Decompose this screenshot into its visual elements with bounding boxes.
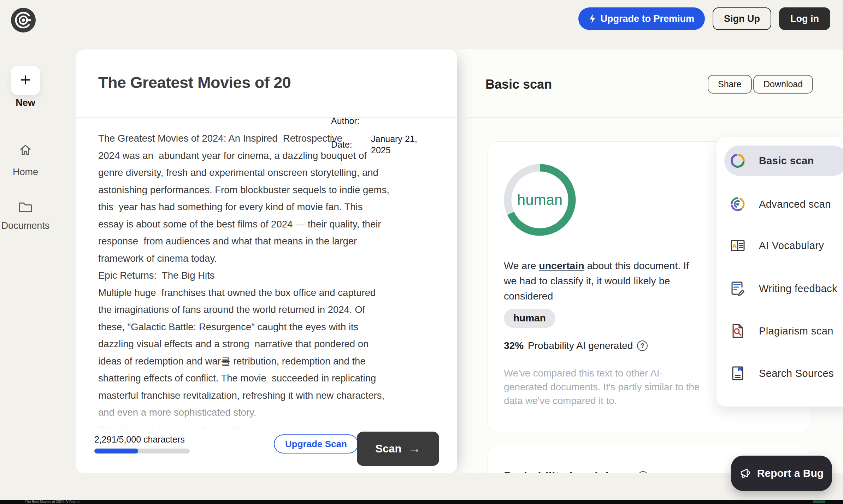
- menu-item-search-sources[interactable]: Search Sources: [724, 358, 843, 389]
- help-icon[interactable]: ?: [637, 340, 648, 351]
- upgrade-premium-label: Upgrade to Premium: [600, 13, 694, 24]
- document-title[interactable]: The Greatest Movies of 20: [98, 73, 291, 92]
- svg-text:A: A: [732, 243, 737, 249]
- log-in-button[interactable]: Log in: [779, 7, 830, 30]
- document-text-line: astonishing performances. From blockbust…: [98, 182, 439, 199]
- writing-feedback-icon: [729, 280, 746, 297]
- home-icon: [18, 142, 33, 158]
- document-text-line: The Greatest Movies of 2024: An Inspired…: [98, 130, 439, 147]
- document-text-line: Multiple huge franchises that owned the …: [98, 284, 439, 302]
- megaphone-icon: [739, 468, 751, 479]
- menu-label-ai-vocabulary: AI Vocabulary: [759, 240, 824, 251]
- plagiarism-scan-icon: [729, 322, 746, 339]
- document-text-line: dazzling visual effects and a strong nar…: [98, 336, 439, 353]
- character-count: 2,291/5,000 characters: [94, 434, 185, 445]
- verdict-pre: We are: [504, 260, 539, 271]
- document-text-line: these, "Galactic Battle: Resurgence" cau…: [98, 319, 439, 336]
- share-button[interactable]: Share: [708, 75, 752, 94]
- arrow-right-icon: →: [409, 442, 421, 456]
- comparison-note: We've compared this text to other AI- ge…: [504, 366, 700, 408]
- menu-label-search-sources: Search Sources: [759, 368, 834, 379]
- menu-item-ai-vocabulary[interactable]: A AI Vocabulary: [724, 230, 843, 261]
- classification-badge: human: [504, 309, 555, 328]
- document-text-line: 2024 was an abundant year for cinema, a …: [98, 147, 439, 165]
- lightning-icon: [589, 14, 596, 24]
- verdict-text: We are uncertain about this document. If…: [504, 258, 707, 304]
- upgrade-scan-button[interactable]: Upgrade Scan: [274, 434, 358, 453]
- sidebar-item-documents[interactable]: Documents: [0, 199, 51, 231]
- note-line: data we've compared it to.: [504, 394, 700, 408]
- menu-item-plagiarism-scan[interactable]: Plagiarism scan: [724, 316, 843, 346]
- info-icon[interactable]: i: [638, 471, 648, 474]
- scan-panel-title: Basic scan: [485, 77, 552, 92]
- bottom-bar-text: The Best Movies of 2024: A Year in: [25, 500, 79, 504]
- menu-item-writing-feedback[interactable]: Writing feedback: [724, 273, 843, 304]
- sign-up-button[interactable]: Sign Up: [713, 7, 771, 30]
- ai-vocabulary-icon: A: [729, 237, 746, 254]
- menu-label-plagiarism-scan: Plagiarism scan: [759, 325, 833, 337]
- document-text-line: Epic Returns: The Big Hits: [98, 267, 439, 284]
- scan-type-menu: Basic scan Advanced scan A AI Vocabulary: [717, 137, 843, 407]
- upgrade-premium-button[interactable]: Upgrade to Premium: [578, 7, 705, 30]
- app-logo[interactable]: [11, 8, 36, 32]
- document-text-line: genre diversity, fresh and experimental …: [98, 164, 439, 182]
- report-bug-button[interactable]: Report a Bug: [731, 456, 832, 491]
- download-button[interactable]: Download: [753, 75, 813, 94]
- note-line: generated documents. It's partly similar…: [504, 380, 700, 394]
- verdict-line2: we had to classify it, it would likely b…: [504, 273, 707, 289]
- note-line: We've compared this text to other AI-: [504, 366, 700, 380]
- ai-probability-label: Probability AI generated: [528, 340, 633, 351]
- sidebar-home-label: Home: [13, 167, 38, 178]
- document-text-line: the imaginations of fans around the worl…: [98, 301, 439, 319]
- main-content-area: Basic scan Share Download human We are u…: [76, 49, 843, 473]
- new-document-button[interactable]: +: [11, 66, 40, 95]
- gauge-center-label: human: [504, 164, 576, 236]
- document-text-line: response from audiences and what that me…: [98, 233, 439, 250]
- folder-icon: [17, 199, 34, 214]
- report-bug-label: Report a Bug: [757, 467, 824, 479]
- character-progress-bar: [94, 449, 190, 453]
- search-sources-icon: [729, 365, 746, 382]
- bottom-bar-accent: [813, 500, 825, 503]
- new-button-label: New: [0, 97, 51, 108]
- header-actions: Upgrade to Premium Sign Up Log in: [578, 7, 830, 30]
- plus-icon: +: [20, 71, 31, 89]
- document-card: The Greatest Movies of 20 Author: Date: …: [76, 49, 457, 473]
- ai-probability-line: 32% Probability AI generated ?: [504, 340, 648, 351]
- probability-breakdown-title: Probability breakdown i: [504, 469, 648, 473]
- menu-item-advanced-scan[interactable]: Advanced scan: [724, 189, 843, 219]
- verdict-post: about this document. If: [584, 260, 689, 271]
- document-header-divider: [76, 117, 457, 118]
- scan-button[interactable]: Scan →: [357, 432, 439, 466]
- basic-scan-icon: [729, 152, 746, 169]
- probability-breakdown-label: Probability breakdown: [504, 469, 633, 473]
- document-text-line: and even a more sophisticated story.: [98, 404, 439, 421]
- document-text-line: shattering effects of conflict. The movi…: [98, 370, 439, 387]
- panel-divider: [467, 117, 843, 118]
- sidebar-documents-label: Documents: [1, 220, 50, 231]
- verdict-line3: considered: [504, 289, 707, 304]
- ai-probability-value: 32%: [504, 340, 524, 351]
- classification-gauge: human: [504, 164, 576, 236]
- menu-label-writing-feedback: Writing feedback: [759, 283, 837, 295]
- menu-item-basic-scan[interactable]: Basic scan: [724, 146, 843, 176]
- gptzero-logo-icon: [11, 8, 36, 32]
- document-text-line: ideas of redemption and war를 retribution…: [98, 353, 439, 370]
- menu-label-advanced-scan: Advanced scan: [759, 198, 831, 210]
- document-text-area[interactable]: The Greatest Movies of 2024: An Inspired…: [98, 130, 439, 432]
- bottom-window-bar: The Best Movies of 2024: A Year in: [0, 500, 843, 504]
- document-text-line: essay is about some of the best films of…: [98, 216, 439, 233]
- char-progress-fill: [94, 449, 138, 453]
- menu-label-basic-scan: Basic scan: [759, 155, 814, 167]
- sidebar-item-home[interactable]: Home: [0, 142, 51, 178]
- advanced-scan-icon: [729, 196, 746, 213]
- scan-button-label: Scan: [375, 443, 401, 455]
- document-text-line-faded: The Auteurs: Visionary Storytelling: [98, 421, 439, 432]
- document-text-line: masterful franchise revitalization, refr…: [98, 387, 439, 404]
- verdict-keyword: uncertain: [539, 260, 584, 271]
- document-text-line: this year has had something for every ki…: [98, 198, 439, 216]
- document-text-line: framework of cinema today.: [98, 250, 439, 267]
